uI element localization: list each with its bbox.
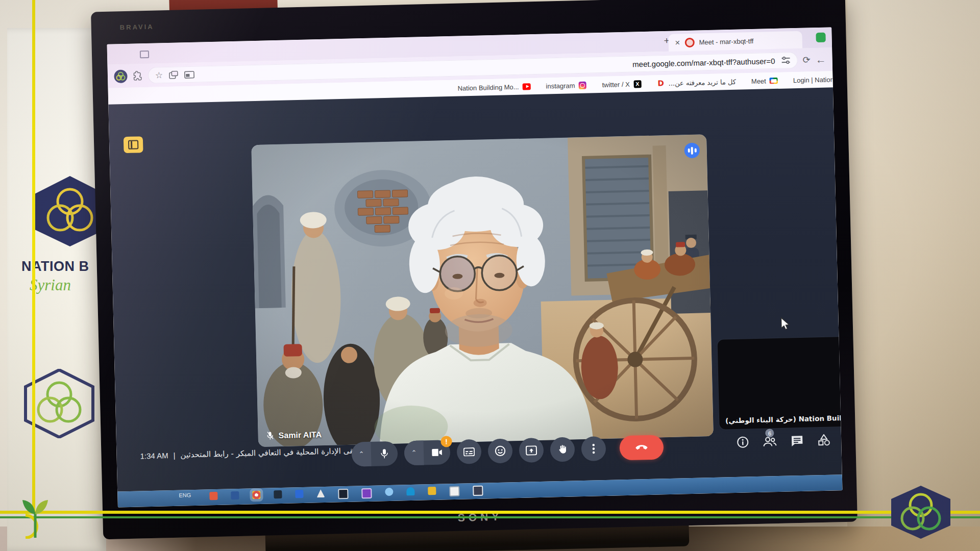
chat-button[interactable] (791, 435, 804, 449)
taskbar-app-icon[interactable] (209, 492, 217, 500)
mic-button[interactable]: ⌃ (352, 441, 398, 467)
taskbar-app-icon[interactable] (361, 488, 372, 498)
people-button[interactable]: 6 (763, 435, 777, 450)
participant-thumbnail-tile[interactable]: (حركة البناء الوطني) Nation Buildi... (717, 337, 842, 430)
frame-vertical-yellow-line (32, 0, 35, 513)
back-icon[interactable]: ← (815, 54, 826, 66)
taskbar-chrome-icon[interactable] (252, 491, 260, 499)
bravia-logo: BRAVIA (120, 23, 154, 32)
recording-favicon-icon (684, 37, 694, 47)
google-meet-page: Samir AITA (حركة البناء الوطني) Nation B… (108, 87, 842, 491)
bookmark-arabic[interactable]: كل ما تريد معرفته عن... D (657, 78, 737, 88)
browser-tab-meet[interactable]: ✕ Meet - mar-xbqt-tff (668, 31, 802, 52)
bookmark-instagram[interactable]: instagram (546, 81, 586, 90)
activities-button[interactable] (817, 434, 831, 449)
tune-icon[interactable] (781, 56, 790, 64)
bookmark-star-icon[interactable]: ☆ (155, 70, 163, 81)
rollup-banner: NATION B Syrian (7, 28, 106, 551)
taskbar-folder-icon[interactable] (428, 487, 436, 495)
url-text[interactable]: meet.google.com/mar-xbqt-tff?authuser=0 (632, 57, 775, 69)
bookmark-meet[interactable]: Meet (751, 77, 778, 85)
taskbar-app-icon[interactable] (473, 486, 483, 496)
camera-button[interactable]: ⌃ ! (404, 440, 451, 465)
panel-icon (128, 140, 138, 149)
mic-options-chevron-icon[interactable]: ⌃ (352, 442, 372, 467)
meet-icon (770, 78, 778, 84)
captions-icon (463, 447, 475, 457)
extensions-puzzle-icon[interactable] (133, 70, 143, 81)
bookmark-nation-building-youtube[interactable]: Nation Building Mo... (457, 82, 530, 92)
youtube-icon (522, 83, 530, 90)
nation-building-logo-bottom-right-icon (887, 485, 954, 540)
photo-of-tv-screen: NATION B Syrian BRAVIA + ✕ Meet - mar-xb… (0, 0, 980, 551)
separator: | (173, 450, 175, 459)
tv-sony-bravia: BRAVIA + ✕ Meet - mar-xbqt-tff (91, 0, 857, 539)
camera-icon (424, 448, 450, 457)
tab-search-icon[interactable] (140, 51, 149, 58)
activities-shapes-icon (817, 434, 831, 447)
main-video-tile[interactable]: Samir AITA (251, 134, 714, 447)
tab-title: Meet - mar-xbqt-tff (699, 37, 753, 46)
taskbar-app-icon[interactable] (316, 489, 325, 497)
share-icon[interactable] (169, 71, 178, 79)
captions-button[interactable] (456, 439, 481, 464)
banner-subtitle: Syrian (30, 276, 71, 294)
instagram-icon (579, 81, 586, 89)
close-tab-icon[interactable]: ✕ (675, 39, 680, 46)
bookmark-twitter-x[interactable]: twitter / X X (602, 80, 642, 89)
taskbar-app-icon[interactable] (338, 489, 348, 499)
raise-hand-button[interactable] (550, 437, 575, 462)
end-call-button[interactable] (619, 435, 664, 460)
meeting-panels: 6 (737, 434, 842, 450)
banner-title: NATION B (21, 259, 89, 274)
taskbar-app-icon[interactable] (295, 490, 303, 498)
frame-horizontal-yellow-line (0, 511, 980, 514)
call-controls: ⌃ ⌃ ! (352, 435, 664, 466)
bookmark-login-nation-building[interactable]: Login | Nation Build.. (793, 75, 843, 84)
camera-options-chevron-icon[interactable]: ⌃ (404, 440, 424, 465)
more-options-button[interactable] (581, 436, 606, 461)
reactions-button[interactable] (487, 438, 512, 463)
reload-icon[interactable]: ⟳ (802, 54, 811, 65)
frame-horizontal-green-line (0, 516, 980, 518)
taskbar-cloud-icon[interactable] (385, 488, 393, 496)
taskbar-app-icon[interactable] (274, 490, 282, 498)
extension-avatar-icon[interactable] (114, 69, 128, 83)
chat-icon (791, 435, 804, 447)
thumbnail-name: (حركة البناء الوطني) Nation Buildi... (725, 413, 842, 424)
x-icon: X (633, 80, 641, 88)
profile-avatar-icon[interactable] (816, 33, 825, 42)
language-indicator[interactable]: ENG (179, 492, 191, 498)
mic-off-icon (266, 431, 274, 440)
present-button[interactable] (519, 438, 544, 463)
info-icon (737, 436, 749, 448)
d-icon: D (657, 79, 664, 88)
video-feed-painting-backdrop (251, 134, 714, 447)
camera-alert-badge: ! (440, 436, 452, 447)
side-panel-button[interactable] (124, 136, 143, 153)
mic-icon (371, 448, 398, 460)
picture-in-picture-icon[interactable] (184, 70, 194, 78)
mouse-cursor (780, 317, 792, 331)
meeting-title: ...ـط ملتقى الإدارة المحلية في التعافي ا… (180, 446, 354, 460)
more-vertical-icon (592, 443, 596, 455)
taskbar-app-icon[interactable] (406, 487, 414, 495)
clock: 1:34 AM (140, 451, 168, 460)
taskbar-app-icon[interactable] (449, 486, 459, 496)
wall (847, 0, 980, 551)
emoji-icon (495, 445, 506, 457)
hand-icon (557, 444, 568, 455)
meeting-info: 1:34 AM | ...ـط ملتقى الإدارة المحلية في… (140, 446, 354, 461)
tv-screen: + ✕ Meet - mar-xbqt-tff (107, 27, 843, 507)
meeting-details-button[interactable] (737, 436, 749, 450)
sprout-logo-icon (18, 489, 52, 539)
present-screen-icon (526, 445, 537, 456)
end-call-icon (635, 444, 648, 451)
taskbar-app-icon[interactable] (231, 491, 239, 499)
